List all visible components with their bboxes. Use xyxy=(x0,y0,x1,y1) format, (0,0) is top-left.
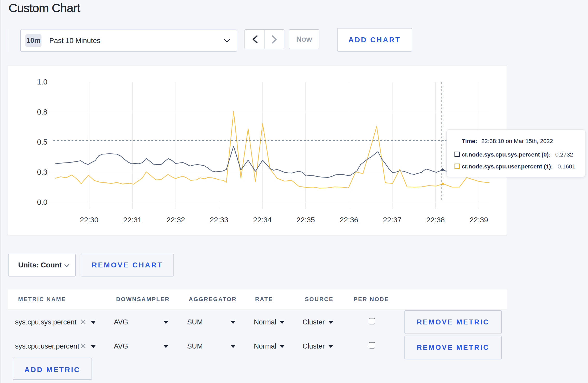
svg-text:22:32: 22:32 xyxy=(166,216,185,224)
svg-text:1.0: 1.0 xyxy=(37,78,47,86)
svg-text:22:31: 22:31 xyxy=(123,216,142,224)
svg-text:22:39: 22:39 xyxy=(470,216,488,224)
svg-text:22:37: 22:37 xyxy=(383,216,401,224)
svg-text:22:36: 22:36 xyxy=(340,216,358,224)
svg-text:22:35: 22:35 xyxy=(296,216,315,224)
svg-text:22:30: 22:30 xyxy=(80,216,98,224)
svg-text:22:33: 22:33 xyxy=(210,216,228,224)
svg-text:0.0: 0.0 xyxy=(37,198,47,206)
svg-text:22:34: 22:34 xyxy=(253,216,271,224)
svg-text:0.8: 0.8 xyxy=(37,108,47,116)
svg-text:0.3: 0.3 xyxy=(37,168,47,176)
svg-text:22:38: 22:38 xyxy=(426,216,445,224)
svg-text:0.5: 0.5 xyxy=(37,138,47,146)
